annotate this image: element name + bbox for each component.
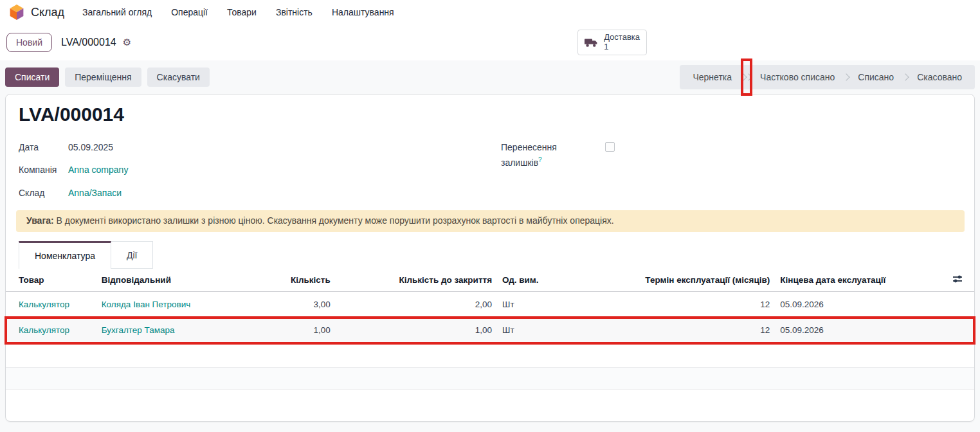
nav-item-overview[interactable]: Загальний огляд bbox=[82, 7, 152, 17]
table-row-highlighted[interactable]: Калькулятор Бухгалтер Тамара 1,00 1,00 Ш… bbox=[6, 318, 974, 343]
transfer-button[interactable]: Переміщення bbox=[65, 68, 141, 87]
table-row[interactable]: Калькулятор Коляда Іван Петрович 3,00 2,… bbox=[6, 292, 974, 318]
cell-product[interactable]: Калькулятор bbox=[6, 292, 96, 318]
control-panel: Новий LVA/000014 ⚙ Доставка 1 bbox=[0, 24, 980, 60]
action-bar: Списати Переміщення Скасувати Чернетка Г… bbox=[0, 60, 980, 94]
breadcrumb-document-name: LVA/000014 bbox=[61, 37, 116, 48]
cell-uom[interactable]: Шт bbox=[497, 318, 588, 343]
warehouse-value-link[interactable]: Anna/Запаси bbox=[68, 188, 122, 198]
nav-item-products[interactable]: Товари bbox=[227, 7, 257, 17]
col-uom[interactable]: Од. вим. bbox=[497, 269, 588, 292]
cell-qty[interactable]: 3,00 bbox=[239, 292, 336, 318]
help-icon[interactable]: ? bbox=[538, 156, 542, 163]
stage-written-off[interactable]: Списано bbox=[848, 72, 904, 82]
col-term-months[interactable]: Термін експлуатації (місяців) bbox=[588, 269, 776, 292]
date-label: Дата bbox=[19, 142, 39, 152]
stage-partially-written-off[interactable]: Частково списано bbox=[750, 72, 845, 82]
lines-table: Товар Відповідальний Кількість Кількість… bbox=[6, 269, 974, 390]
cell-product[interactable]: Калькулятор bbox=[6, 318, 96, 343]
cell-responsible[interactable]: Коляда Іван Петрович bbox=[96, 292, 239, 318]
nav-item-reporting[interactable]: Звітність bbox=[276, 7, 313, 17]
empty-row bbox=[6, 343, 974, 368]
date-value[interactable]: 05.09.2025 bbox=[68, 142, 113, 152]
company-value-link[interactable]: Anna company bbox=[68, 165, 128, 175]
col-responsible[interactable]: Відповідальний bbox=[96, 269, 239, 292]
cell-qty-to-close[interactable]: 1,00 bbox=[336, 318, 497, 343]
tab-actions[interactable]: Дії bbox=[111, 241, 153, 269]
warning-text: В документі використано залишки з різною… bbox=[54, 215, 614, 226]
transfer-remainders-checkbox[interactable] bbox=[605, 142, 615, 152]
warning-prefix: Увага: bbox=[26, 215, 54, 226]
tab-nomenclature[interactable]: Номенклатура bbox=[19, 241, 111, 269]
company-label: Компанія bbox=[19, 165, 57, 175]
stage-draft[interactable]: Чернетка bbox=[682, 72, 742, 82]
transfer-remainders-label: Перенесення залишків? bbox=[501, 141, 585, 170]
group-footer-row bbox=[6, 368, 974, 390]
delivery-smart-button[interactable]: Доставка 1 bbox=[577, 30, 647, 55]
nav-item-operations[interactable]: Операції bbox=[171, 7, 208, 17]
cell-end-date[interactable]: 05.09.2026 bbox=[775, 292, 933, 318]
delivery-button-label: Доставка bbox=[604, 33, 640, 42]
col-quantity[interactable]: Кількість bbox=[239, 269, 336, 292]
cell-qty[interactable]: 1,00 bbox=[239, 318, 336, 343]
status-pipeline: Чернетка Готово Частково списано Списано… bbox=[680, 65, 975, 89]
col-end-date[interactable]: Кінцева дата екслуатації bbox=[775, 269, 933, 292]
notebook-tabs: Номенклатура Дії bbox=[19, 241, 153, 269]
warehouse-label: Склад bbox=[19, 188, 45, 198]
cell-term-months[interactable]: 12 bbox=[588, 292, 776, 318]
optional-columns-icon[interactable] bbox=[952, 274, 963, 285]
cancel-button[interactable]: Скасувати bbox=[147, 68, 210, 87]
cell-term-months[interactable]: 12 bbox=[588, 318, 776, 343]
nav-item-settings[interactable]: Налаштування bbox=[332, 7, 394, 17]
cell-end-date[interactable]: 05.09.2026 bbox=[775, 318, 933, 343]
page-title: LVA/000014 bbox=[19, 104, 124, 125]
cell-qty-to-close[interactable]: 2,00 bbox=[336, 292, 497, 318]
stage-cancelled[interactable]: Скасовано bbox=[907, 72, 972, 82]
app-name[interactable]: Склад bbox=[31, 6, 64, 19]
col-qty-to-close[interactable]: Кількість до закриття bbox=[336, 269, 497, 292]
new-button[interactable]: Новий bbox=[6, 33, 52, 52]
app-logo-icon[interactable] bbox=[9, 4, 24, 20]
delivery-button-count: 1 bbox=[604, 42, 640, 52]
truck-icon bbox=[585, 37, 599, 48]
top-navbar: Склад Загальний огляд Операції Товари Зв… bbox=[0, 0, 980, 24]
gear-icon[interactable]: ⚙ bbox=[123, 37, 131, 48]
col-product[interactable]: Товар bbox=[6, 269, 96, 292]
table-header-row: Товар Відповідальний Кількість Кількість… bbox=[6, 269, 974, 292]
form-sheet: LVA/000014 Дата 05.09.2025 Компанія Anna… bbox=[5, 94, 975, 422]
cell-responsible[interactable]: Бухгалтер Тамара bbox=[96, 318, 239, 343]
write-off-button[interactable]: Списати bbox=[5, 68, 59, 87]
lines-table-zone: Товар Відповідальний Кількість Кількість… bbox=[6, 269, 974, 390]
cell-uom[interactable]: Шт bbox=[497, 292, 588, 318]
warning-banner: Увага: В документі використано залишки з… bbox=[16, 210, 965, 232]
